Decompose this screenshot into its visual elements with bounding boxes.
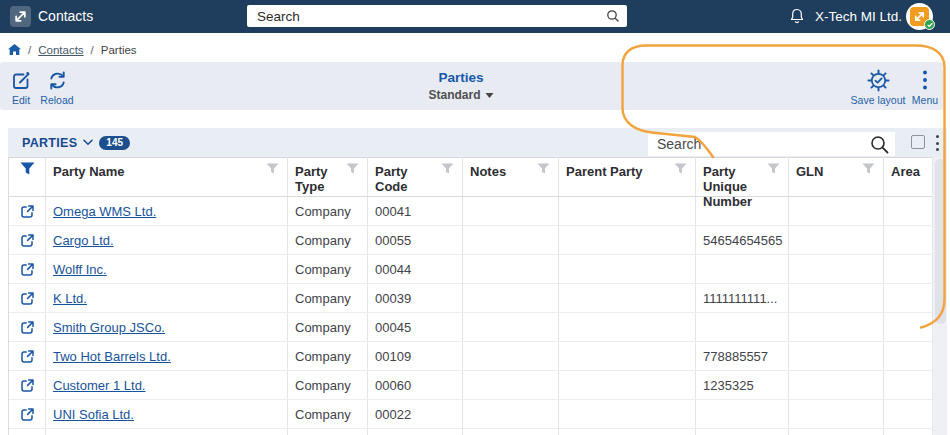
party-code-cell: 00060 xyxy=(367,371,462,400)
area-cell xyxy=(883,342,932,371)
view-title: Parties xyxy=(428,70,493,85)
global-search xyxy=(247,5,627,27)
party-name-link[interactable]: Omega WMS Ltd. xyxy=(53,204,156,219)
account-name[interactable]: X-Tech MI Ltd. xyxy=(815,0,902,33)
scrollbar-thumb[interactable] xyxy=(935,159,946,324)
filter-icon[interactable] xyxy=(346,163,359,174)
gln-cell xyxy=(788,226,883,255)
open-record-button[interactable] xyxy=(9,197,45,226)
grid-title-dropdown[interactable]: PARTIES 145 xyxy=(22,128,130,157)
open-record-button[interactable] xyxy=(9,284,45,313)
search-icon[interactable] xyxy=(869,134,890,155)
notes-cell xyxy=(462,284,558,313)
edit-button-label: Edit xyxy=(12,94,30,106)
party-type-cell: Company xyxy=(287,342,367,371)
layout-selector-label: Standard xyxy=(428,88,480,102)
party-unique-number-cell: 1111111111... xyxy=(695,284,788,313)
area-cell xyxy=(883,226,932,255)
filter-icon[interactable] xyxy=(537,163,550,174)
party-code-cell: 00045 xyxy=(367,313,462,342)
party-name-link[interactable]: Cargo Ltd. xyxy=(53,233,114,248)
filter-icon[interactable] xyxy=(862,163,875,174)
menu-button[interactable]: Menu xyxy=(908,68,942,106)
area-cell xyxy=(883,197,932,226)
party-code-cell: 00041 xyxy=(367,197,462,226)
global-search-input[interactable] xyxy=(247,5,599,27)
party-name-link[interactable]: K Ltd. xyxy=(53,291,87,306)
party-type-cell: Company xyxy=(287,255,367,284)
area-cell xyxy=(883,284,932,313)
filter-icon[interactable] xyxy=(266,163,279,174)
table-row: Omega WMS Ltd. Company 00041 xyxy=(9,197,932,226)
filter-icon[interactable] xyxy=(674,163,687,174)
notes-cell xyxy=(462,313,558,342)
home-icon[interactable] xyxy=(8,44,21,56)
gln-cell xyxy=(788,197,883,226)
open-record-button[interactable] xyxy=(9,400,45,429)
save-layout-button[interactable]: Save layout xyxy=(848,68,908,106)
gear-check-icon xyxy=(848,68,908,92)
column-header-party-name[interactable]: Party Name xyxy=(45,158,287,179)
open-record-button[interactable] xyxy=(9,371,45,400)
party-code-cell: 00044 xyxy=(367,255,462,284)
filter-icon[interactable] xyxy=(767,163,780,174)
party-code-cell: 00022 xyxy=(367,400,462,429)
reload-button-label: Reload xyxy=(40,94,73,106)
open-record-button[interactable] xyxy=(9,226,45,255)
gln-cell xyxy=(788,400,883,429)
notes-cell xyxy=(462,226,558,255)
party-unique-number-cell xyxy=(695,197,788,226)
parent-party-cell xyxy=(558,400,695,429)
edit-button[interactable]: Edit xyxy=(4,68,38,106)
notes-cell xyxy=(462,400,558,429)
table-row: Cargo Ltd. Company 00055 54654654565 xyxy=(9,226,932,255)
gln-cell xyxy=(788,342,883,371)
party-name-link[interactable]: Smith Group JSCo. xyxy=(53,320,165,335)
party-code-cell: 00109 xyxy=(367,342,462,371)
vertical-scrollbar[interactable] xyxy=(932,157,947,435)
notes-cell xyxy=(462,371,558,400)
table-row: Wolff Inc. Company 00044 xyxy=(9,255,932,284)
active-filter-icon[interactable] xyxy=(20,162,35,175)
grid-search-input[interactable] xyxy=(648,132,856,156)
party-type-cell: Company xyxy=(287,371,367,400)
notes-cell xyxy=(462,342,558,371)
open-record-button[interactable] xyxy=(9,313,45,342)
gln-cell xyxy=(788,371,883,400)
table-row: Smith Group JSCo. Company 00045 xyxy=(9,313,932,342)
notes-cell xyxy=(462,197,558,226)
window-mode-icon[interactable] xyxy=(911,135,925,149)
reload-icon xyxy=(38,68,76,92)
area-cell xyxy=(883,255,932,284)
party-name-link[interactable]: Two Hot Barrels Ltd. xyxy=(53,349,171,364)
search-icon[interactable] xyxy=(606,9,620,23)
party-type-cell: Company xyxy=(287,197,367,226)
party-code-cell: 00039 xyxy=(367,284,462,313)
gln-cell xyxy=(788,313,883,342)
party-name-link[interactable]: Customer 1 Ltd. xyxy=(53,378,146,393)
parent-party-cell xyxy=(558,197,695,226)
column-header-area[interactable]: Area xyxy=(883,158,932,179)
layout-selector[interactable]: Standard xyxy=(428,88,493,102)
breadcrumb-link-contacts[interactable]: Contacts xyxy=(38,44,83,56)
party-type-cell: Company xyxy=(287,313,367,342)
party-name-link[interactable]: UNI Sofia Ltd. xyxy=(53,407,134,422)
party-code-cell: 00055 xyxy=(367,226,462,255)
chevron-down-icon xyxy=(486,93,494,98)
table-row: Two Hot Barrels Ltd. Company 00109 77888… xyxy=(9,342,932,371)
parent-party-cell xyxy=(558,255,695,284)
edit-icon xyxy=(4,68,38,92)
view-toolbar: Edit Reload Parties Standard xyxy=(0,62,943,110)
party-unique-number-cell: 54654654565 xyxy=(695,226,788,255)
open-record-button[interactable] xyxy=(9,255,45,284)
parent-party-cell xyxy=(558,226,695,255)
table-row: K Ltd. Company 00039 1111111111... xyxy=(9,284,932,313)
party-name-link[interactable]: Wolff Inc. xyxy=(53,262,107,277)
app-logo-icon[interactable] xyxy=(10,6,31,27)
reload-button[interactable]: Reload xyxy=(38,68,76,106)
filter-icon[interactable] xyxy=(441,163,454,174)
breadcrumb-current-parties: Parties xyxy=(101,44,137,56)
open-record-button[interactable] xyxy=(9,342,45,371)
grid-kebab-menu-icon[interactable] xyxy=(933,135,941,151)
bell-icon[interactable] xyxy=(789,8,805,25)
